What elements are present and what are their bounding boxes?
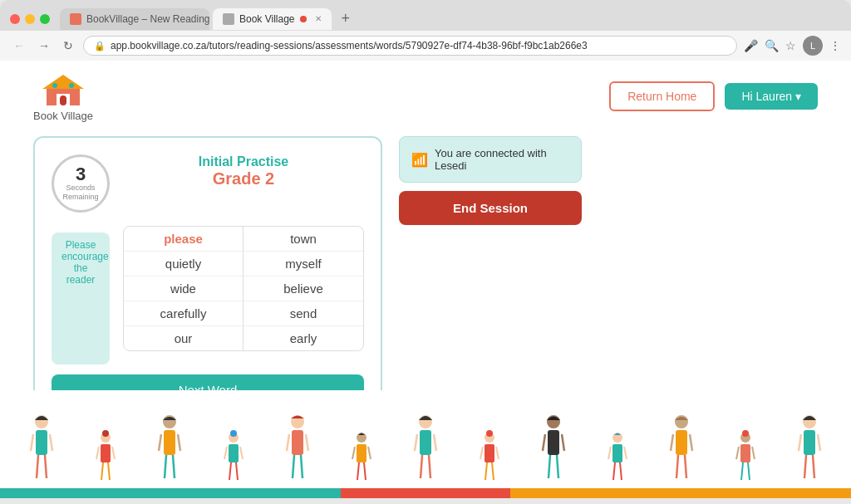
svg-line-16 <box>112 447 115 459</box>
return-home-button[interactable]: Return Home <box>609 81 715 111</box>
svg-line-10 <box>50 434 52 451</box>
svg-line-78 <box>736 447 739 459</box>
svg-line-22 <box>159 434 161 451</box>
logo-svg <box>38 71 88 108</box>
svg-line-87 <box>804 455 806 478</box>
svg-line-31 <box>236 462 238 480</box>
nav-forward-button[interactable]: → <box>35 37 53 54</box>
svg-point-57 <box>486 430 493 437</box>
person-figure-9 <box>541 413 566 488</box>
svg-line-67 <box>624 447 627 459</box>
profile-avatar[interactable]: L <box>803 36 823 56</box>
svg-line-73 <box>690 434 692 451</box>
new-tab-button[interactable]: + <box>335 7 357 31</box>
svg-rect-8 <box>36 430 47 455</box>
svg-rect-46 <box>420 430 431 455</box>
svg-line-63 <box>557 455 558 478</box>
bookmark-icon[interactable]: ☆ <box>785 39 796 52</box>
tab-close-2[interactable]: ✕ <box>315 14 322 23</box>
person-figure-6 <box>352 430 371 488</box>
svg-point-82 <box>742 430 749 437</box>
svg-rect-65 <box>612 444 622 462</box>
words-container: please town quietly myself wide believe … <box>123 226 364 351</box>
svg-line-18 <box>108 462 110 480</box>
svg-line-41 <box>352 447 355 459</box>
tab-record-dot <box>300 16 307 22</box>
address-bar[interactable]: 🔒 app.bookvillage.co.za/tutors/reading-s… <box>83 36 737 56</box>
svg-line-54 <box>496 447 499 459</box>
svg-point-4 <box>61 81 66 86</box>
svg-line-72 <box>671 434 673 451</box>
svg-rect-14 <box>101 444 111 462</box>
svg-line-88 <box>813 455 814 478</box>
tab-label-2: Book Village <box>239 13 295 25</box>
search-icon[interactable]: 🔍 <box>765 39 779 52</box>
svg-line-28 <box>224 447 227 459</box>
footer-strip <box>0 488 851 498</box>
person-figure-13 <box>797 413 822 488</box>
person-figure-8 <box>480 430 499 488</box>
svg-line-68 <box>613 462 615 480</box>
logo: Book Village <box>33 71 93 122</box>
svg-line-48 <box>434 434 436 451</box>
tab-bookvillage-active[interactable]: Book Village ✕ <box>213 8 332 30</box>
header-actions: Return Home Hi Lauren ▾ <box>609 81 818 111</box>
svg-line-42 <box>368 447 371 459</box>
assessment-card: 3 SecondsRemaining Initial Practise Grad… <box>33 136 382 423</box>
svg-line-47 <box>415 434 417 451</box>
person-figure-11 <box>669 413 694 488</box>
svg-line-61 <box>562 434 564 451</box>
footer-illustration <box>0 390 851 498</box>
tab-label-1: BookVillage – New Reading Se <box>86 13 209 25</box>
traffic-light-yellow[interactable] <box>25 14 35 24</box>
svg-line-74 <box>676 455 678 478</box>
timer-circle: 3 SecondsRemaining <box>52 154 110 213</box>
microphone-icon[interactable]: 🎤 <box>744 39 758 52</box>
nav-back-button[interactable]: ← <box>10 37 28 54</box>
svg-line-17 <box>101 462 103 480</box>
person-figure-4 <box>224 430 243 488</box>
svg-line-55 <box>485 462 487 480</box>
person-figure-7 <box>413 413 438 488</box>
svg-line-81 <box>748 462 750 480</box>
word-carefully: carefully <box>124 301 243 326</box>
svg-line-38 <box>301 455 303 478</box>
svg-line-86 <box>818 434 820 451</box>
svg-rect-84 <box>804 430 815 455</box>
svg-point-5 <box>69 83 74 88</box>
logo-text: Book Village <box>33 110 93 122</box>
traffic-light-green[interactable] <box>40 14 50 24</box>
strip-red <box>341 488 511 498</box>
end-session-button[interactable]: End Session <box>399 191 582 225</box>
svg-line-60 <box>543 434 545 451</box>
traffic-light-red[interactable] <box>10 14 20 24</box>
tab-bookvillage-reading[interactable]: BookVillage – New Reading Se ✕ <box>60 8 209 30</box>
connection-text: You are connected with Lesedi <box>435 147 569 172</box>
address-text: app.bookvillage.co.za/tutors/reading-ses… <box>111 40 726 51</box>
svg-line-69 <box>620 462 622 480</box>
person-figure-10 <box>608 430 627 488</box>
svg-rect-40 <box>357 444 366 462</box>
svg-point-19 <box>102 430 109 437</box>
word-believe: believe <box>243 276 363 301</box>
word-myself: myself <box>243 252 363 276</box>
site-header: Book Village Return Home Hi Lauren ▾ <box>0 61 851 132</box>
timer-label: SecondsRemaining <box>62 183 98 202</box>
nav-reload-button[interactable]: ↻ <box>60 37 76 54</box>
encourage-box: Please encouragethe reader <box>52 232 110 365</box>
svg-rect-34 <box>292 430 303 455</box>
connection-icon: 📶 <box>411 152 428 168</box>
svg-line-62 <box>548 455 550 478</box>
right-panel: 📶 You are connected with Lesedi End Sess… <box>399 136 582 423</box>
menu-icon[interactable]: ⋮ <box>829 39 841 52</box>
word-quietly: quietly <box>124 252 243 276</box>
svg-line-23 <box>178 434 180 451</box>
word-town: town <box>243 227 363 252</box>
hi-user-button[interactable]: Hi Lauren ▾ <box>725 83 818 110</box>
card-top: 3 SecondsRemaining Initial Practise Grad… <box>52 154 364 213</box>
word-our: our <box>124 326 243 350</box>
person-figure-2 <box>96 430 116 488</box>
person-figure-1 <box>29 413 54 488</box>
person-figure-5 <box>285 413 310 488</box>
tab-favicon-2 <box>223 13 234 25</box>
